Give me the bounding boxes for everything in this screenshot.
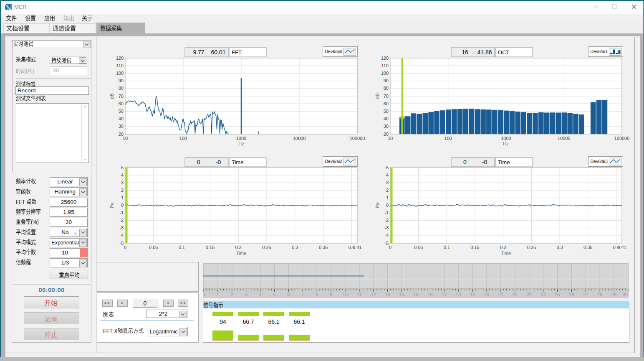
svg-text:0.35: 0.35 (583, 245, 592, 250)
svg-text:0: 0 (386, 203, 389, 208)
svg-text:2: 2 (231, 292, 233, 297)
svg-text:5: 5 (121, 165, 124, 170)
svg-text:0.2: 0.2 (235, 245, 242, 250)
svg-text:1: 1 (121, 195, 124, 200)
svg-text:10000: 10000 (558, 136, 571, 141)
svg-text:0.25: 0.25 (262, 245, 271, 250)
svg-text:0: 0 (463, 159, 467, 165)
svg-text:0.2: 0.2 (500, 245, 506, 250)
svg-text:28: 28 (597, 292, 602, 297)
svg-text:120: 120 (116, 56, 124, 61)
svg-text:50: 50 (384, 109, 389, 114)
svg-text:Dev6/ai0: Dev6/ai0 (325, 49, 343, 54)
svg-text:0.05: 0.05 (149, 245, 158, 250)
svg-text:-0: -0 (216, 159, 221, 165)
svg-text:0: 0 (203, 292, 205, 297)
svg-text:-1: -1 (384, 210, 389, 215)
svg-text:21: 21 (498, 292, 503, 297)
svg-text:60: 60 (119, 101, 124, 106)
svg-text:100000: 100000 (614, 136, 630, 141)
svg-text:7: 7 (301, 292, 304, 297)
svg-text:110: 110 (116, 63, 124, 68)
svg-text:5: 5 (273, 292, 275, 297)
svg-text:FFT X: FFT X (103, 328, 117, 333)
svg-text:1000: 1000 (236, 136, 246, 141)
svg-text:6: 6 (287, 292, 290, 297)
svg-text:11: 11 (357, 292, 361, 297)
svg-text:0: 0 (121, 203, 124, 208)
svg-text:3: 3 (121, 180, 124, 185)
svg-text:120: 120 (381, 56, 389, 61)
svg-text:Time: Time (501, 251, 511, 256)
svg-text:Time: Time (498, 159, 510, 165)
svg-text:0.1: 0.1 (444, 245, 450, 250)
svg-text:22: 22 (513, 292, 518, 297)
svg-text:4: 4 (386, 173, 389, 178)
svg-text:41.86: 41.86 (477, 49, 492, 56)
svg-text:110: 110 (381, 63, 389, 68)
svg-text:-4: -4 (119, 233, 124, 238)
svg-text:0: 0 (124, 245, 126, 250)
svg-text:3: 3 (386, 180, 389, 185)
svg-text:100: 100 (444, 136, 452, 141)
svg-text:Pa: Pa (109, 202, 114, 208)
svg-text:13: 13 (385, 292, 390, 297)
svg-text:-2: -2 (384, 218, 389, 223)
svg-text:100: 100 (381, 71, 389, 76)
svg-text:-1: -1 (119, 210, 124, 215)
svg-text:9: 9 (330, 292, 332, 297)
svg-text:27: 27 (583, 292, 588, 297)
svg-text:-5: -5 (119, 241, 124, 246)
svg-text:1000: 1000 (501, 136, 511, 141)
svg-text:3: 3 (245, 292, 247, 297)
svg-text:10: 10 (388, 136, 393, 141)
svg-text:19: 19 (470, 292, 475, 297)
svg-text:0.25: 0.25 (527, 245, 536, 250)
svg-text:10: 10 (123, 136, 128, 141)
svg-text:-4: -4 (384, 233, 389, 238)
svg-text:15: 15 (413, 292, 418, 297)
svg-text:80: 80 (119, 86, 124, 91)
svg-text:0.41: 0.41 (353, 245, 361, 250)
svg-text:40: 40 (119, 116, 124, 121)
svg-text:12: 12 (371, 292, 376, 297)
svg-text:40: 40 (384, 116, 389, 121)
svg-text:18: 18 (456, 292, 461, 297)
svg-text:Hz: Hz (503, 141, 508, 146)
svg-text:-5: -5 (384, 241, 389, 246)
svg-text:90: 90 (119, 78, 124, 83)
svg-text:0.3: 0.3 (292, 245, 298, 250)
svg-text:Pa: Pa (375, 202, 380, 208)
svg-text:16: 16 (427, 292, 432, 297)
svg-text:0.35: 0.35 (319, 245, 328, 250)
svg-text:Time: Time (232, 159, 243, 165)
svg-text:0.15: 0.15 (206, 245, 215, 250)
svg-text:Dev6/ai3: Dev6/ai3 (591, 159, 608, 164)
svg-text:70: 70 (119, 94, 124, 99)
svg-text:0.15: 0.15 (470, 245, 479, 250)
svg-text:-0: -0 (482, 159, 487, 165)
svg-text:25: 25 (555, 292, 560, 297)
svg-text:-3: -3 (119, 225, 124, 230)
svg-text:26: 26 (569, 292, 574, 297)
svg-text:dB: dB (109, 93, 114, 99)
svg-text:0: 0 (197, 159, 200, 165)
svg-text:23: 23 (527, 292, 532, 297)
svg-text:0: 0 (389, 245, 391, 250)
svg-text:17: 17 (442, 292, 447, 297)
svg-text:90: 90 (384, 78, 389, 83)
svg-text:1: 1 (217, 292, 219, 297)
svg-text:24: 24 (540, 292, 546, 297)
svg-text:29: 29 (611, 292, 616, 297)
svg-text:0.3: 0.3 (556, 245, 563, 250)
svg-text:dB: dB (375, 93, 380, 99)
svg-text:14: 14 (399, 292, 404, 297)
svg-text:2: 2 (121, 188, 124, 193)
svg-text:70: 70 (384, 94, 389, 99)
svg-text:50: 50 (119, 109, 124, 114)
svg-text:FFT: FFT (232, 49, 242, 56)
svg-text:9.77: 9.77 (193, 49, 204, 56)
svg-text:Dev6/ai1: Dev6/ai1 (591, 49, 608, 54)
svg-text:0.1: 0.1 (179, 245, 185, 250)
svg-text:80: 80 (384, 86, 389, 91)
